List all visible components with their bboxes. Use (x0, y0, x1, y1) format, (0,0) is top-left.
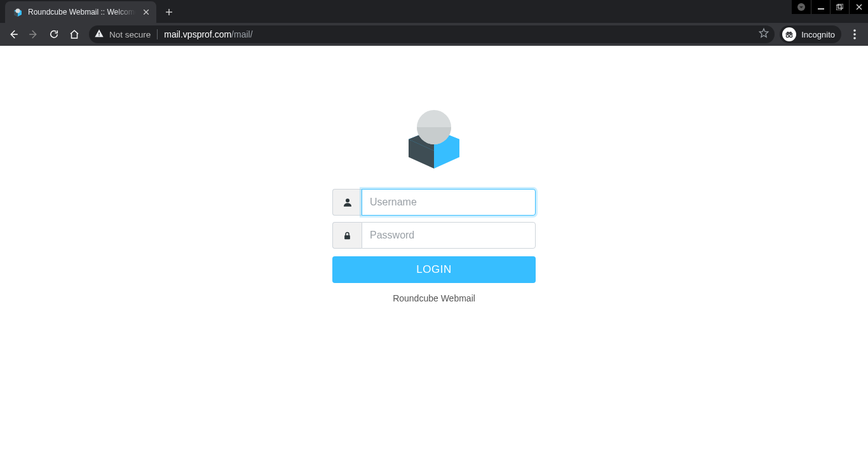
svg-rect-8 (98, 35, 99, 36)
svg-point-14 (853, 37, 856, 39)
os-window-controls (792, 0, 868, 14)
url-path: /mail/ (231, 29, 252, 39)
svg-point-6 (16, 9, 20, 13)
reload-button[interactable] (44, 25, 64, 44)
password-input[interactable] (362, 222, 536, 249)
svg-point-20 (346, 198, 349, 202)
username-group (332, 189, 536, 216)
svg-point-13 (853, 33, 856, 36)
login-form: LOGIN Roundcube Webmail (332, 106, 536, 303)
security-indicator[interactable]: Not secure (94, 29, 158, 41)
svg-rect-2 (836, 5, 841, 10)
os-minimize-button[interactable] (811, 0, 830, 14)
svg-rect-1 (818, 8, 824, 10)
user-icon (332, 189, 362, 216)
browser-tab-title: Roundcube Webmail :: Welcome to Roundcub… (28, 8, 136, 17)
bookmark-star-icon[interactable] (758, 27, 770, 41)
login-button[interactable]: LOGIN (332, 256, 536, 283)
nav-back-button[interactable] (4, 25, 23, 44)
favicon-roundcube-icon (13, 7, 23, 17)
product-name-label: Roundcube Webmail (393, 293, 475, 303)
address-bar[interactable]: Not secure mail.vpsprof.com/mail/ (89, 25, 775, 43)
username-input[interactable] (362, 189, 536, 216)
os-close-button[interactable] (849, 0, 868, 14)
home-button[interactable] (65, 25, 84, 44)
svg-rect-3 (838, 4, 843, 8)
not-secure-warning-icon (94, 29, 104, 41)
password-group (332, 222, 536, 249)
nav-forward-button[interactable] (24, 25, 43, 44)
svg-rect-9 (785, 34, 793, 34)
url-host: mail.vpsprof.com (164, 29, 231, 39)
lock-icon (332, 222, 362, 249)
browser-tab-strip: Roundcube Webmail :: Welcome to Roundcub… (0, 0, 868, 23)
svg-point-11 (790, 35, 792, 38)
browser-menu-button[interactable] (845, 25, 864, 44)
os-indicator-icon (792, 0, 811, 14)
os-maximize-button[interactable] (830, 0, 849, 14)
svg-rect-7 (98, 32, 99, 34)
security-label: Not secure (109, 30, 151, 39)
roundcube-logo-icon (402, 106, 466, 170)
page-content: LOGIN Roundcube Webmail (0, 46, 868, 463)
browser-tab-active[interactable]: Roundcube Webmail :: Welcome to Roundcub… (5, 1, 156, 23)
divider (157, 29, 158, 39)
svg-point-10 (787, 35, 789, 38)
browser-toolbar: Not secure mail.vpsprof.com/mail/ Incogn… (0, 23, 868, 46)
incognito-indicator[interactable]: Incognito (780, 25, 841, 43)
tab-close-button[interactable] (141, 7, 151, 17)
url-text: mail.vpsprof.com/mail/ (164, 29, 252, 39)
incognito-label: Incognito (801, 30, 835, 39)
incognito-icon (782, 27, 796, 41)
svg-point-12 (853, 29, 856, 32)
svg-rect-21 (344, 235, 350, 238)
new-tab-button[interactable] (160, 3, 178, 21)
